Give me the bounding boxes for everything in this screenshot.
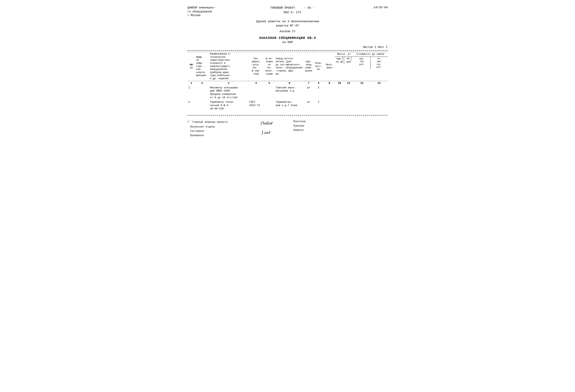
sig-middle: 𝓓𝓪𝓵𝓵𝓸𝓽 ∫𝓲𝓪𝓽 <box>244 120 288 136</box>
subtitle-kip: на КИП <box>188 41 388 44</box>
row2-cost-each <box>353 100 370 111</box>
th-name-l4: основного и <box>210 62 226 65</box>
th-type: Тип, марка, ката- лог . № чер- тежа <box>248 52 264 81</box>
cost-header-top: Стоимость до смене <box>353 52 388 57</box>
th-manuf-l5: -страна, фир- <box>276 70 294 72</box>
th-name-l2: техническая <box>210 56 226 58</box>
row2-manuf: Термометро- вый з-д Г.Клав <box>275 100 304 111</box>
th-qty-l1: Коли- <box>315 62 322 65</box>
col-num-6: 6 <box>275 81 304 85</box>
th-unit: Еди- ница изме- рения <box>304 52 313 81</box>
main-title: ЗАКАЗНАЯ СПЕЦИФИКАЦИЯ ОВ-5 <box>188 36 388 40</box>
th-manuf-l3: до тех-импортного <box>276 63 300 66</box>
row1-num: I. <box>188 86 195 100</box>
th-cost: Стоимость до смене еди-ницруб. об-щаятыс… <box>353 52 388 81</box>
col-num-5: 5 <box>264 81 275 85</box>
col-num-10: IO <box>335 81 344 85</box>
th-manuf-l2: витель (для <box>276 60 291 63</box>
row1-name: Манометр показываю- щий ОВМI-I60б Предел… <box>209 86 248 100</box>
th-unit-l3: изме- <box>305 66 312 69</box>
th-unit-l2: ница <box>306 63 311 66</box>
cost-each-label: еди-ницруб. <box>353 57 371 69</box>
sig-handwriting-1: 𝓓𝓪𝓵𝓵𝓸𝓽 <box>244 120 288 127</box>
row2-pos <box>264 100 275 111</box>
th-type-l6: тежа <box>253 73 259 75</box>
subtitle1: Здание решеток на 3 механизированные <box>188 20 388 24</box>
row2-mass-each <box>335 100 344 111</box>
row1-code <box>195 86 209 100</box>
th-code-l3: обще- <box>196 62 203 65</box>
project-type: ТИПОВОЙ ПРОЕКТ <box>270 6 295 10</box>
sheets-info: Листов I Лист I <box>188 46 388 49</box>
row2-mass-total <box>344 100 353 111</box>
role-checked: Проверила <box>188 133 239 138</box>
th-code-l4: союз - <box>196 65 205 68</box>
table-row: I. Манометр показываю- щий ОВМI-I60б Пре… <box>188 86 388 100</box>
sig-handwriting-2: ∫𝓲𝓪𝓽 <box>244 129 288 136</box>
th-pos-l3: по тех- <box>266 63 272 69</box>
table-row: 2. Термометр техни- ческий А № 5 20-80-2… <box>188 100 388 111</box>
mass-header-inner: Масса ,кг еди- ни цы об- щая <box>335 52 353 64</box>
th-mat: Мате- риал <box>324 52 335 81</box>
col-num-4: 4 <box>248 81 264 85</box>
mass-total-label: об- щая <box>344 57 353 64</box>
project-number: 902-2— 272 <box>270 10 314 15</box>
col-num-8a: 8 <box>313 81 324 85</box>
header-right: 14/33-04 <box>358 6 388 9</box>
cost-header-bottom: еди-ницруб. об-щаятыс.руб. <box>353 57 388 69</box>
row1-cost-total <box>370 86 387 100</box>
row2-type: ГОСТ 2823-73 <box>248 100 264 111</box>
row2-cost-total <box>370 100 387 111</box>
role-head: Начальник отдела <box>188 125 239 129</box>
th-type-l2: марка, <box>252 60 260 63</box>
subtitle2: решетки МГ-8Т <box>188 24 388 28</box>
header-row: №№ пп Шифр по обще- союз - ной класси- ф… <box>188 52 388 81</box>
row1-unit: шт <box>304 86 313 100</box>
name-naishtut: Найштут <box>293 128 333 132</box>
sig-slash: / Главный инженер проекта <box>188 120 239 125</box>
row1-cost-each <box>353 86 370 100</box>
th-manuf: Завод-изгото- витель (для до тех-импортн… <box>275 52 304 81</box>
th-type-l5: № чер- <box>252 70 260 72</box>
th-type-l4: лог . <box>252 66 260 69</box>
org-line3: г.Москва <box>188 14 227 18</box>
th-num-label: №№ пп <box>190 63 193 70</box>
th-code-l2: по <box>196 59 199 61</box>
top-dashed-line <box>188 50 388 51</box>
col-num-7: 7 <box>304 81 313 85</box>
row1-manuf: Томский мано- метровый з-д <box>275 86 304 100</box>
page-header: ЦНИИЭП инженерно- го оборудования г.Моск… <box>188 6 388 18</box>
cost-total-label: об-щаятыс.руб. <box>371 57 388 69</box>
cost-header-inner: Стоимость до смене еди-ницруб. об-щаятыс… <box>353 52 388 69</box>
col-num-3: 3 <box>209 81 248 85</box>
th-pos: № по- зиции по тех- нолог. схеме <box>264 52 275 81</box>
th-type-l1: Тип, <box>253 57 259 60</box>
row2-qty: 2 <box>313 100 324 111</box>
mass-header-bottom: еди- ни цы об- щая <box>335 57 353 64</box>
th-name-l6: оборудования, <box>210 68 229 71</box>
mass-header-top: Масса ,кг <box>335 52 353 57</box>
th-manuf-l6: ма. <box>276 73 280 75</box>
name-kurkova: Куркова <box>293 124 333 128</box>
row1-mat <box>324 86 335 100</box>
header-center: ТИПОВОЙ ПРОЕКТ - 56 - 902-2— 272 <box>270 6 314 15</box>
th-manuf-l4: нолог. оборудования <box>276 66 303 69</box>
th-unit-l4: рения <box>305 70 312 72</box>
column-numbers-row: 1 2 3 4 5 6 7 8 8 IO II I2 I3 <box>188 81 388 85</box>
name-platonov: Платонов <box>293 120 333 124</box>
row1-qty: 2 <box>313 86 324 100</box>
sig-row: / Главный инженер проекта Начальник отде… <box>188 120 388 138</box>
th-qty-l2: чест- <box>315 65 322 68</box>
th-mass: Масса ,кг еди- ни цы об- щая <box>335 52 353 81</box>
org-line2: го оборудования <box>188 10 227 14</box>
sig-right: Платонов Куркова Найштут <box>293 120 333 132</box>
org-line1: ЦНИИЭП инженерно- <box>188 6 227 10</box>
th-qty: Коли- чест- во <box>313 52 324 81</box>
sig-left: / Главный инженер проекта Начальник отде… <box>188 120 239 138</box>
th-mat-l1: Мате- <box>326 63 333 66</box>
row1-pos <box>264 86 275 100</box>
spec-table: №№ пп Шифр по обще- союз - ной класси- ф… <box>188 52 388 111</box>
row2-num: 2. <box>188 100 195 111</box>
th-code-l1: Шифр <box>196 56 202 58</box>
th-code-l7: фикации <box>196 74 206 77</box>
